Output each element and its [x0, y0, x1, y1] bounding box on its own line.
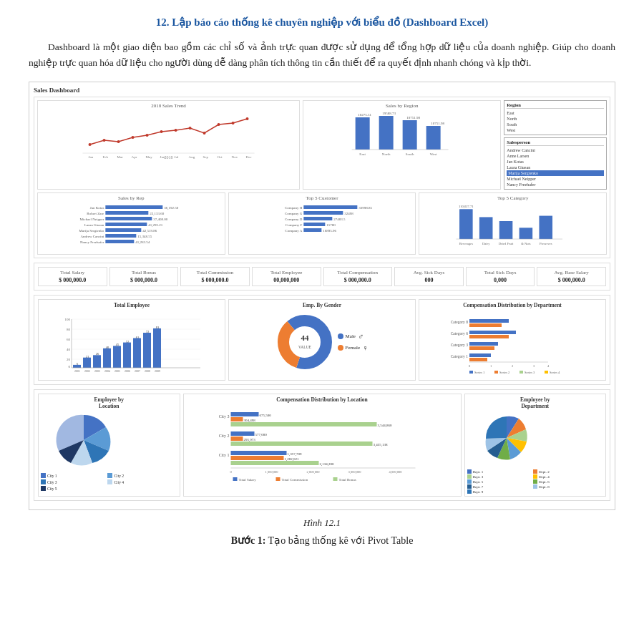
svg-text:2,000,000: 2,000,000	[306, 470, 320, 474]
svg-rect-186	[275, 477, 280, 481]
emp-location-box: Employee byLocation	[38, 394, 180, 497]
sales-trend-box: 2018 Sales Trend 2018 Jan Feb Mar Apr Ma…	[37, 100, 300, 190]
svg-text:577,000: 577,000	[255, 433, 267, 437]
svg-rect-107	[113, 346, 121, 369]
dept-legend-4: Dept. 4	[533, 474, 598, 479]
comp-dist-location-title: Compensation Distribution by Location	[186, 396, 459, 403]
svg-text:41,295.21: 41,295.21	[148, 223, 163, 228]
svg-text:Michael Neipper: Michael Neipper	[80, 218, 104, 221]
svg-rect-43	[105, 211, 148, 215]
svg-point-25	[246, 117, 249, 120]
svg-text:Company F: Company F	[286, 223, 303, 227]
svg-rect-138	[469, 353, 491, 357]
svg-text:Laura Giuean: Laura Giuean	[84, 223, 104, 227]
svg-rect-115	[153, 328, 161, 368]
svg-rect-61	[303, 205, 357, 209]
svg-point-20	[175, 129, 177, 132]
kpi-total-bonus: Total Bonus $ 000,000.0	[109, 267, 179, 286]
svg-text:40: 40	[67, 348, 71, 351]
filter-sp-marija[interactable]: Marija Sergienko	[507, 170, 604, 176]
svg-text:44: 44	[301, 333, 309, 342]
svg-rect-79	[540, 216, 553, 240]
salesperson-filter-panel: Salesperson Andrew Cancini Anne Larsen J…	[504, 137, 607, 190]
svg-rect-184	[233, 477, 237, 481]
svg-text:Andrew Cancini: Andrew Cancini	[80, 235, 104, 238]
comp-dist-dept-box: Compensation Distribution by Department …	[419, 299, 606, 381]
filter-region-north[interactable]: North	[507, 116, 604, 122]
svg-text:2003: 2003	[94, 369, 100, 373]
filter-region-south[interactable]: South	[507, 122, 604, 127]
filter-sp-michael[interactable]: Michael Neipper	[507, 176, 604, 182]
svg-text:Nancy Freehafer: Nancy Freehafer	[80, 240, 104, 244]
svg-text:Robert Zare: Robert Zare	[87, 212, 104, 215]
kpi-total-salary: Total Salary $ 000,000.0	[38, 267, 107, 286]
svg-text:Series 2: Series 2	[499, 371, 509, 374]
svg-text:32498: 32498	[344, 212, 353, 215]
region-title: Sales by Region	[306, 103, 498, 109]
svg-text:60: 60	[67, 338, 71, 341]
comp-dist-dept-title: Compensation Distribution by Department	[421, 302, 603, 308]
svg-text:Preserves: Preserves	[540, 242, 552, 245]
svg-text:Total Salary: Total Salary	[238, 478, 256, 482]
svg-text:Apr: Apr	[132, 155, 137, 159]
svg-point-18	[146, 134, 149, 137]
sales-rep-chart: Jan Kotas 36,192.50 Robert Zare 22,133.6…	[40, 203, 223, 249]
svg-rect-46	[105, 217, 152, 220]
svg-text:2001: 2001	[74, 369, 80, 373]
emp-gender-chart-box: Emp. By Gender 44 VALUE	[228, 299, 416, 381]
emp-dept-pie	[467, 411, 546, 465]
svg-text:Series 3: Series 3	[525, 371, 535, 374]
svg-text:Mar: Mar	[117, 155, 124, 159]
filter-sp-laura[interactable]: Laura Giuean	[507, 165, 604, 170]
filter-sp-nancy[interactable]: Nancy Freehafer	[507, 182, 604, 187]
svg-point-23	[218, 123, 220, 126]
loc-legend-city2: City 2	[107, 473, 172, 478]
comp-dist-location-box: Compensation Distribution by Location Ci…	[183, 394, 462, 497]
svg-rect-101	[83, 358, 91, 368]
filter-sp-andrew[interactable]: Andrew Cancini	[507, 147, 604, 153]
svg-text:110,027.71: 110,027.71	[459, 205, 474, 210]
svg-text:3,435,138: 3,435,138	[373, 443, 388, 447]
svg-text:1,000,000: 1,000,000	[265, 470, 278, 474]
svg-text:Series 4: Series 4	[550, 371, 560, 374]
svg-text:3: 3	[533, 364, 535, 368]
svg-rect-103	[93, 356, 101, 369]
gender-male-legend: Male ♂	[338, 332, 369, 341]
sales-filter-box: Region East North South West Salesperson…	[504, 100, 607, 190]
svg-text:4,000,000: 4,000,000	[389, 470, 402, 474]
svg-text:2008: 2008	[145, 369, 150, 373]
svg-text:Marija Sergienko: Marija Sergienko	[79, 229, 104, 233]
emp-dept-box: Employee byDepartment Dept. 1	[464, 394, 607, 497]
svg-text:2002: 2002	[84, 369, 90, 373]
svg-text:& Nuts: & Nuts	[522, 242, 532, 245]
svg-point-19	[160, 130, 163, 133]
svg-text:West: West	[430, 152, 437, 156]
svg-text:42,519.86: 42,519.86	[142, 229, 157, 233]
svg-rect-113	[143, 333, 151, 368]
step-label: Bước 1: Tạo bảng thống kê với Pivot Tabl…	[29, 535, 615, 547]
filter-sp-jan[interactable]: Jan Kotas	[507, 159, 604, 165]
svg-point-17	[132, 136, 135, 139]
svg-rect-141	[469, 346, 494, 350]
svg-rect-33	[426, 126, 441, 150]
filter-sp-anne[interactable]: Anne Larsen	[507, 153, 604, 159]
svg-text:2009: 2009	[155, 369, 160, 373]
svg-rect-78	[519, 228, 533, 240]
kpi-total-employee: Total Employee 00,000,000	[252, 267, 321, 286]
filter-region-west[interactable]: West	[507, 127, 604, 133]
sales-trend-title: 2018 Sales Trend	[40, 103, 297, 109]
sales-region-box: Sales by Region 10275.51 19588.73 10751.…	[303, 100, 501, 190]
loc-legend-city3: City 3	[41, 479, 106, 484]
svg-text:41,263.54: 41,263.54	[135, 240, 150, 245]
svg-text:Dec: Dec	[246, 155, 253, 159]
total-employee-title: Total Employee	[41, 302, 223, 308]
svg-text:North: North	[382, 152, 391, 156]
svg-text:1: 1	[490, 364, 492, 368]
kpi-row: Total Salary $ 000,000.0 Total Bonus $ 0…	[34, 263, 610, 291]
dept-legend-6: Dept. 6	[533, 479, 598, 484]
svg-text:16895.96: 16895.96	[323, 229, 336, 233]
svg-rect-140	[469, 335, 509, 338]
svg-text:4: 4	[547, 364, 550, 368]
svg-text:80: 80	[67, 328, 71, 331]
filter-region-east[interactable]: East	[507, 110, 604, 116]
